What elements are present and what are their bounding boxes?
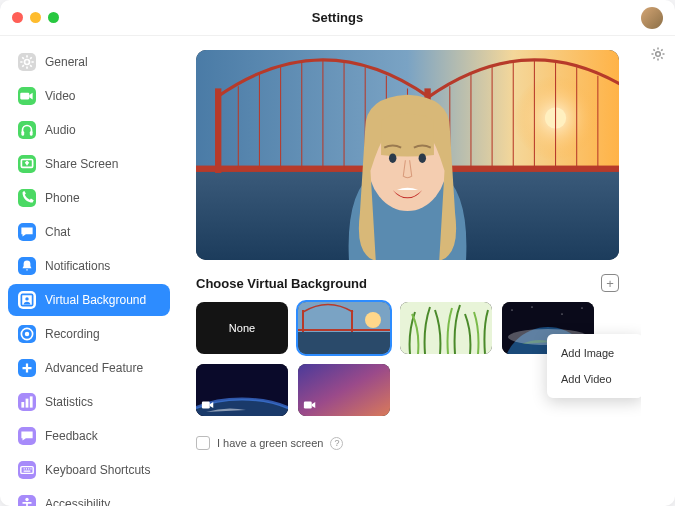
svg-point-40 [419,153,426,163]
svg-rect-3 [30,131,33,136]
svg-rect-59 [304,402,312,409]
sidebar-item-label: Recording [45,327,100,341]
popup-add-video[interactable]: Add Video [547,366,641,392]
right-column [641,36,675,506]
sidebar-item-label: Notifications [45,259,110,273]
sidebar-item-feedback[interactable]: Feedback [8,420,170,452]
svg-point-60 [656,52,661,57]
svg-rect-2 [21,131,24,136]
sidebar-item-chat[interactable]: Chat [8,216,170,248]
green-screen-label: I have a green screen [217,437,323,449]
svg-point-13 [25,498,28,501]
sidebar-item-virtual-background[interactable]: Virtual Background [8,284,170,316]
green-screen-row: I have a green screen ? [196,436,619,450]
sidebar-item-audio[interactable]: Audio [8,114,170,146]
add-popup: Add Image Add Video [547,334,641,398]
user-avatar[interactable] [641,7,663,29]
sidebar-item-label: Audio [45,123,76,137]
video-badge-icon [303,398,317,412]
video-icon [18,87,36,105]
section-header: Choose Virtual Background + [196,274,619,292]
window-title: Settings [312,10,363,25]
titlebar: Settings [0,0,675,36]
virtual-background-icon [18,291,36,309]
sidebar-item-keyboard-shortcuts[interactable]: Keyboard Shortcuts [8,454,170,486]
add-background-button[interactable]: + [601,274,619,292]
sidebar-item-label: Video [45,89,75,103]
section-title: Choose Virtual Background [196,276,367,291]
svg-point-0 [25,60,30,65]
sidebar-item-accessibility[interactable]: Accessibility [8,488,170,506]
sidebar-item-advanced[interactable]: Advanced Feature [8,352,170,384]
svg-rect-42 [298,332,390,354]
svg-point-43 [365,312,381,328]
gear-icon[interactable] [650,46,666,62]
sidebar-item-label: Feedback [45,429,98,443]
thumb-grass[interactable] [400,302,492,354]
svg-rect-1 [20,93,29,100]
svg-point-49 [532,307,533,308]
sidebar-item-video[interactable]: Video [8,80,170,112]
feedback-icon [18,427,36,445]
accessibility-icon [18,495,36,506]
sidebar-item-phone[interactable]: Phone [8,182,170,214]
video-preview [196,50,619,260]
thumb-none-label: None [229,322,255,334]
svg-point-48 [512,310,513,311]
maximize-button[interactable] [48,12,59,23]
sidebar-item-label: Share Screen [45,157,118,171]
sidebar-item-notifications[interactable]: Notifications [8,250,170,282]
sidebar-item-label: Virtual Background [45,293,146,307]
svg-rect-9 [21,402,24,408]
sidebar-item-label: Phone [45,191,80,205]
chart-icon [18,393,36,411]
gear-icon [18,53,36,71]
phone-icon [18,189,36,207]
close-button[interactable] [12,12,23,23]
sidebar-item-label: Chat [45,225,70,239]
svg-rect-12 [21,467,33,474]
sidebar-item-label: Keyboard Shortcuts [45,463,150,477]
info-icon[interactable]: ? [330,437,343,450]
video-badge-icon [201,398,215,412]
sidebar: General Video Audio Share Screen Phone C… [0,36,178,506]
thumb-golden-gate[interactable] [298,302,390,354]
headphones-icon [18,121,36,139]
sidebar-item-label: Accessibility [45,497,110,506]
sidebar-item-general[interactable]: General [8,46,170,78]
svg-rect-11 [30,396,33,407]
svg-rect-44 [302,310,304,332]
svg-rect-10 [26,399,29,408]
svg-point-6 [25,297,28,300]
svg-point-39 [389,153,396,163]
settings-window: Settings General Video Audio Share Scree… [0,0,675,506]
share-screen-icon [18,155,36,173]
sidebar-item-label: Advanced Feature [45,361,143,375]
thumb-earth-horizon[interactable] [196,364,288,416]
svg-point-8 [25,332,30,337]
popup-add-image[interactable]: Add Image [547,340,641,366]
sidebar-item-recording[interactable]: Recording [8,318,170,350]
svg-point-51 [582,308,583,309]
main-panel: Choose Virtual Background + None [178,36,641,506]
chat-icon [18,223,36,241]
svg-rect-19 [215,88,221,173]
sidebar-item-label: Statistics [45,395,93,409]
green-screen-checkbox[interactable] [196,436,210,450]
plus-icon [18,359,36,377]
sidebar-item-share-screen[interactable]: Share Screen [8,148,170,180]
recording-icon [18,325,36,343]
sidebar-item-statistics[interactable]: Statistics [8,386,170,418]
svg-rect-45 [351,310,353,332]
sidebar-item-label: General [45,55,88,69]
thumb-none[interactable]: None [196,302,288,354]
body: General Video Audio Share Screen Phone C… [0,36,675,506]
svg-rect-57 [202,402,210,409]
svg-point-50 [562,314,563,315]
bell-icon [18,257,36,275]
minimize-button[interactable] [30,12,41,23]
window-controls [12,12,59,23]
keyboard-icon [18,461,36,479]
thumb-gradient[interactable] [298,364,390,416]
